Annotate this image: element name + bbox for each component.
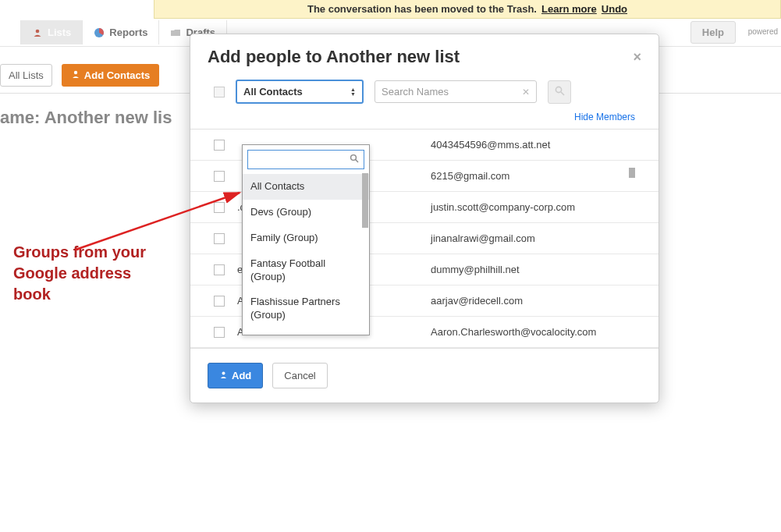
contact-email: Aaron.Charlesworth@vocalocity.com [431, 326, 635, 338]
dropdown-item-fantasy-football[interactable]: Fantasy Football (Group) [243, 251, 369, 290]
add-contacts-button[interactable]: Add Contacts [62, 64, 160, 87]
tab-label: Reports [109, 27, 147, 38]
dropdown-item-flashissue-partners[interactable]: Flashissue Partners (Group) [243, 289, 369, 328]
person-add-icon [71, 69, 80, 81]
caret-updown-icon: ▲▼ [350, 87, 356, 97]
person-icon [219, 370, 228, 381]
svg-point-4 [556, 87, 561, 92]
row-checkbox[interactable] [214, 171, 225, 182]
dropdown-item-devs[interactable]: Devs (Group) [243, 200, 369, 225]
add-people-modal: Add people to Another new list × All Con… [190, 34, 659, 403]
search-button[interactable] [548, 80, 571, 104]
search-icon [555, 86, 565, 98]
row-checkbox[interactable] [214, 202, 225, 213]
svg-point-2 [74, 71, 77, 74]
row-checkbox[interactable] [214, 296, 225, 307]
dropdown-item-all-contacts[interactable]: All Contacts [243, 174, 369, 200]
modal-footer: Add Cancel [190, 348, 659, 403]
select-value: All Contacts [243, 86, 303, 98]
dropdown-item-flashissue-team[interactable]: Flashissue Team [243, 328, 369, 335]
hide-members-link[interactable]: Hide Members [190, 104, 659, 129]
row-checkbox[interactable] [214, 327, 225, 338]
notification-bar: The conversation has been moved to the T… [154, 0, 781, 19]
svg-point-7 [351, 155, 357, 161]
notification-message: The conversation has been moved to the T… [307, 3, 537, 15]
scrollbar-thumb[interactable] [362, 173, 368, 228]
select-all-checkbox[interactable] [214, 87, 225, 98]
person-icon [32, 27, 43, 38]
search-placeholder: Search Names [382, 86, 449, 98]
dropdown-item-family[interactable]: Family (Group) [243, 225, 369, 251]
search-names-input[interactable]: Search Names ✕ [375, 80, 537, 103]
contact-email: 6215@gmail.com [431, 170, 635, 182]
dropdown-search[interactable] [247, 150, 364, 169]
help-button[interactable]: Help [690, 21, 736, 44]
group-dropdown: All Contacts Devs (Group) Family (Group)… [242, 144, 370, 335]
contact-email: 4043454596@mms.att.net [431, 139, 635, 151]
dropdown-search-input[interactable] [253, 154, 339, 165]
tab-lists[interactable]: Lists [20, 20, 83, 44]
undo-link[interactable]: Undo [602, 3, 627, 15]
contact-email: jinanalrawi@gmail.com [431, 232, 635, 244]
modal-title: Add people to Another new list [208, 47, 460, 67]
contact-email: dummy@philhill.net [431, 264, 635, 275]
tab-reports[interactable]: Reports [83, 20, 159, 44]
dropdown-list: All Contacts Devs (Group) Family (Group)… [243, 174, 369, 335]
svg-line-5 [561, 92, 564, 95]
powered-label: powered [745, 21, 781, 42]
svg-line-8 [356, 160, 358, 162]
modal-header: Add people to Another new list × [190, 34, 659, 80]
button-label: Add Contacts [84, 69, 151, 81]
modal-toolbar: All Contacts ▲▼ Search Names ✕ [190, 80, 659, 104]
close-icon[interactable]: × [633, 49, 641, 66]
clear-search-icon[interactable]: ✕ [522, 87, 530, 98]
piechart-icon [94, 27, 105, 38]
group-select[interactable]: All Contacts ▲▼ [236, 80, 364, 104]
learn-more-link[interactable]: Learn more [541, 3, 597, 15]
contact-email: aarjav@ridecell.com [431, 295, 635, 307]
row-checkbox[interactable] [214, 140, 225, 151]
folder-icon [170, 27, 181, 38]
button-label: Add [232, 370, 251, 381]
all-lists-button[interactable]: All Lists [0, 64, 52, 87]
svg-point-0 [36, 29, 40, 33]
cancel-button[interactable]: Cancel [272, 363, 327, 388]
tab-label: Lists [48, 27, 71, 38]
search-icon [350, 154, 359, 165]
row-checkbox[interactable] [214, 233, 225, 244]
row-checkbox[interactable] [214, 264, 225, 275]
add-button[interactable]: Add [208, 363, 263, 388]
annotation-text: Groups from your Google address book [13, 242, 169, 305]
contact-email: justin.scott@company-corp.com [431, 201, 635, 213]
page-title: ame: Another new lis [0, 108, 172, 128]
svg-point-6 [222, 372, 225, 375]
